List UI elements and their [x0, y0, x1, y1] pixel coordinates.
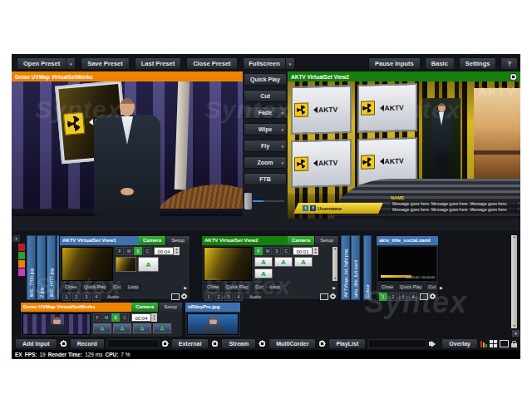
- basic-button[interactable]: Basic: [425, 57, 455, 70]
- overlay-3-button[interactable]: 3: [82, 293, 91, 301]
- input-preview-thumbnail[interactable]: [62, 247, 113, 281]
- fade-button[interactable]: Fade▾: [244, 106, 287, 119]
- swatch-purple[interactable]: [18, 268, 25, 276]
- input-title[interactable]: AKTV VirtualSet View1: [60, 236, 139, 245]
- position-spinner[interactable]: ▴▾: [313, 247, 318, 255]
- fullscreen-monitor-icon[interactable]: [171, 293, 180, 300]
- open-preset-button[interactable]: Open Preset: [17, 57, 66, 70]
- quick-play-button[interactable]: Quick Play: [397, 283, 424, 291]
- expand-arrow-icon[interactable]: ▶: [440, 285, 443, 290]
- input-preview-thumbnail[interactable]: [204, 247, 252, 281]
- audio-mute-icon[interactable]: [430, 293, 436, 299]
- cut-button[interactable]: Cut: [253, 283, 265, 291]
- collapsed-input[interactable]: AKTVlogo_bd_light.png: [341, 235, 350, 300]
- overlay-button[interactable]: Overlay: [441, 338, 478, 349]
- setup-button[interactable]: Setup: [158, 303, 182, 312]
- overlay-4-button[interactable]: 4: [234, 293, 243, 301]
- collapsed-input[interactable]: IMG_7700.jpg: [27, 235, 36, 300]
- input-preview-thumbnail[interactable]: [187, 313, 239, 335]
- f-button[interactable]: F: [116, 247, 124, 255]
- fullscreen-button[interactable]: Fullscreen: [243, 57, 286, 70]
- set-slot-thumbnail[interactable]: A: [138, 257, 159, 272]
- close-preset-button[interactable]: Close Preset: [186, 57, 237, 70]
- f-button[interactable]: F: [93, 313, 101, 322]
- camera-button[interactable]: Camera: [288, 236, 314, 245]
- swatch-orange[interactable]: [18, 260, 25, 268]
- pause-inputs-button[interactable]: Pause Inputs: [368, 57, 421, 70]
- record-button[interactable]: Record: [70, 338, 105, 349]
- position-field[interactable]: 00:01 ▴▾: [293, 247, 318, 255]
- inputs-scrollbar[interactable]: ▲▼: [511, 235, 517, 328]
- quick-play-button[interactable]: Quick Play: [244, 73, 287, 86]
- loop-button[interactable]: Loop: [126, 283, 140, 291]
- c-button[interactable]: C: [143, 247, 151, 255]
- audio-button[interactable]: Audio: [249, 294, 261, 299]
- swatch-green[interactable]: [18, 252, 25, 259]
- open-preset-dropdown-icon[interactable]: ▾: [66, 57, 76, 70]
- audio-mute-icon[interactable]: [330, 293, 336, 299]
- close-button[interactable]: Close: [62, 283, 79, 291]
- add-input-gear-icon[interactable]: [60, 340, 67, 347]
- m-button[interactable]: M: [102, 313, 111, 322]
- tbar-handle[interactable]: [244, 193, 252, 209]
- s-button[interactable]: S: [273, 247, 281, 255]
- overlay-3-button[interactable]: 3: [399, 293, 407, 301]
- fade-dropdown-icon[interactable]: ▾: [281, 111, 283, 116]
- cut-button[interactable]: Cut: [244, 90, 287, 102]
- audio-button[interactable]: Audio: [107, 294, 119, 299]
- overlay-1-button[interactable]: 1: [62, 293, 71, 301]
- zoom-button[interactable]: Zoom▾: [244, 156, 287, 169]
- audio-meter-icon[interactable]: [480, 340, 487, 347]
- setup-button[interactable]: Setup: [165, 236, 190, 245]
- collapsed-input[interactable]: aktv_title_full.xaml: [351, 235, 360, 300]
- m-button[interactable]: M: [125, 247, 133, 255]
- set-slot-thumbnail[interactable]: A: [274, 257, 293, 267]
- f-button-active[interactable]: F: [254, 247, 263, 255]
- settings-button[interactable]: Settings: [459, 57, 497, 70]
- stream-button[interactable]: Stream: [221, 338, 256, 349]
- swatch-red[interactable]: [18, 244, 25, 251]
- camera-button[interactable]: Camera: [131, 303, 158, 312]
- input-title[interactable]: Demo UVMap VirtualSetWorks: [21, 303, 131, 312]
- fullscreen-monitor-icon[interactable]: [320, 293, 328, 300]
- external-button[interactable]: External: [171, 338, 209, 349]
- overlay-4-button[interactable]: 4: [409, 293, 417, 301]
- m-button[interactable]: M: [264, 247, 272, 255]
- position-spinner[interactable]: ▴▾: [174, 247, 180, 255]
- multicorder-button[interactable]: MultiCorder: [268, 338, 316, 349]
- collapsed-input[interactable]: Colour: [363, 235, 372, 300]
- expand-arrow-icon[interactable]: ▶: [332, 285, 336, 290]
- cut-button[interactable]: Cut: [111, 283, 123, 291]
- cut-button[interactable]: Cut: [426, 283, 438, 291]
- stream-gear-icon[interactable]: [259, 340, 266, 347]
- set-slot-thumbnail[interactable]: A: [133, 323, 151, 333]
- audio-mute-icon[interactable]: [181, 293, 187, 299]
- overlay-2-button[interactable]: 2: [389, 293, 397, 301]
- preview-title-bar[interactable]: Demo UVMap VirtualSetWorks: [12, 71, 243, 81]
- quick-play-button[interactable]: Quick Play: [224, 283, 250, 291]
- s-button-active[interactable]: S: [111, 313, 120, 322]
- c-button[interactable]: C: [282, 247, 290, 255]
- ftb-button[interactable]: FTB: [244, 173, 287, 185]
- help-button[interactable]: ?: [500, 57, 518, 70]
- expand-arrow-icon[interactable]: ▶: [184, 285, 187, 290]
- slots-scrollbar[interactable]: ▲▼: [332, 247, 337, 281]
- close-button[interactable]: Close: [204, 283, 221, 291]
- close-button[interactable]: Close: [379, 283, 396, 291]
- overlay-1-button-active[interactable]: 1: [379, 293, 387, 301]
- record-gear-icon[interactable]: [161, 340, 169, 347]
- position-field[interactable]: 00:04 ▴▾: [131, 313, 157, 322]
- overlay-1-button[interactable]: 1: [204, 293, 213, 301]
- playlist-button[interactable]: PlayList: [328, 338, 366, 349]
- s-button-active[interactable]: S: [134, 247, 142, 255]
- position-spinner[interactable]: ▴▾: [151, 313, 157, 322]
- input-title[interactable]: nRileyPre.jpg: [185, 303, 240, 312]
- category-dropdown-icon[interactable]: ▾: [12, 235, 20, 242]
- overlay-2-button[interactable]: 2: [72, 293, 81, 301]
- fly-button[interactable]: Fly▾: [244, 140, 287, 152]
- add-input-button[interactable]: Add Input: [15, 338, 57, 349]
- speaker-icon[interactable]: [429, 341, 439, 347]
- program-title-bar[interactable]: AKTV VirtualSet View2: [288, 71, 520, 81]
- external-gear-icon[interactable]: [211, 340, 219, 347]
- program-settings-gear-icon[interactable]: [510, 73, 517, 81]
